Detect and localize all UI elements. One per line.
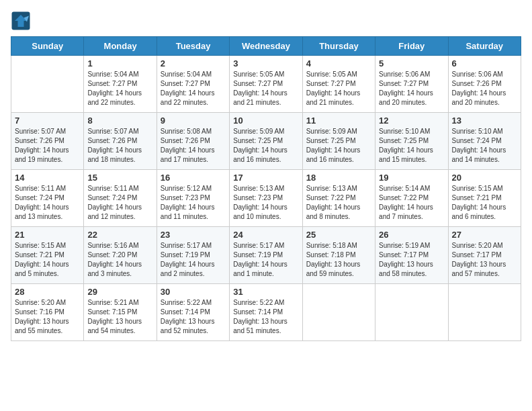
day-info: Sunrise: 5:04 AMSunset: 7:27 PMDaylight:…: [161, 70, 226, 107]
day-number: 7: [15, 116, 80, 126]
calendar-cell: 18Sunrise: 5:13 AMSunset: 7:22 PMDayligh…: [302, 170, 375, 227]
day-number: 16: [161, 173, 226, 183]
day-number: 31: [233, 287, 298, 297]
day-number: 10: [233, 116, 298, 126]
day-info: Sunrise: 5:07 AMSunset: 7:26 PMDaylight:…: [15, 127, 80, 165]
day-info: Sunrise: 5:09 AMSunset: 7:25 PMDaylight:…: [306, 127, 371, 165]
day-number: 19: [379, 173, 444, 183]
page-header: [11, 11, 521, 31]
day-number: 15: [87, 173, 152, 183]
calendar-cell: 13Sunrise: 5:10 AMSunset: 7:24 PMDayligh…: [448, 113, 521, 170]
calendar-cell: 11Sunrise: 5:09 AMSunset: 7:25 PMDayligh…: [302, 113, 375, 170]
day-number: 5: [379, 58, 444, 68]
day-info: Sunrise: 5:07 AMSunset: 7:26 PMDaylight:…: [87, 127, 152, 165]
calendar-cell: 16Sunrise: 5:12 AMSunset: 7:23 PMDayligh…: [157, 170, 229, 227]
day-header-saturday: Saturday: [448, 37, 521, 56]
day-info: Sunrise: 5:20 AMSunset: 7:16 PMDaylight:…: [15, 298, 80, 336]
day-info: Sunrise: 5:05 AMSunset: 7:27 PMDaylight:…: [233, 70, 298, 107]
day-number: 1: [87, 58, 152, 68]
day-number: 30: [161, 287, 226, 297]
day-header-thursday: Thursday: [302, 37, 375, 56]
day-header-friday: Friday: [375, 37, 448, 56]
day-info: Sunrise: 5:13 AMSunset: 7:22 PMDaylight:…: [306, 184, 371, 222]
day-number: 26: [379, 230, 444, 240]
day-info: Sunrise: 5:15 AMSunset: 7:21 PMDaylight:…: [452, 184, 517, 222]
day-info: Sunrise: 5:17 AMSunset: 7:19 PMDaylight:…: [161, 241, 226, 279]
day-number: 29: [87, 287, 152, 297]
calendar-cell: 27Sunrise: 5:20 AMSunset: 7:17 PMDayligh…: [448, 227, 521, 284]
calendar-cell: 3Sunrise: 5:05 AMSunset: 7:27 PMDaylight…: [230, 56, 302, 113]
day-info: Sunrise: 5:08 AMSunset: 7:26 PMDaylight:…: [161, 127, 226, 165]
day-info: Sunrise: 5:21 AMSunset: 7:15 PMDaylight:…: [87, 298, 152, 336]
day-info: Sunrise: 5:19 AMSunset: 7:17 PMDaylight:…: [379, 241, 444, 279]
day-info: Sunrise: 5:12 AMSunset: 7:23 PMDaylight:…: [161, 184, 226, 222]
day-number: 2: [161, 58, 226, 68]
calendar-week-3: 14Sunrise: 5:11 AMSunset: 7:24 PMDayligh…: [11, 170, 521, 227]
calendar-cell: 10Sunrise: 5:09 AMSunset: 7:25 PMDayligh…: [230, 113, 302, 170]
calendar-cell: 7Sunrise: 5:07 AMSunset: 7:26 PMDaylight…: [11, 113, 84, 170]
day-info: Sunrise: 5:09 AMSunset: 7:25 PMDaylight:…: [233, 127, 298, 165]
calendar-cell: 8Sunrise: 5:07 AMSunset: 7:26 PMDaylight…: [84, 113, 157, 170]
calendar-cell: 21Sunrise: 5:15 AMSunset: 7:21 PMDayligh…: [11, 227, 84, 284]
day-number: 4: [306, 58, 371, 68]
day-info: Sunrise: 5:22 AMSunset: 7:14 PMDaylight:…: [161, 298, 226, 336]
day-info: Sunrise: 5:14 AMSunset: 7:22 PMDaylight:…: [379, 184, 444, 222]
day-info: Sunrise: 5:10 AMSunset: 7:25 PMDaylight:…: [379, 127, 444, 165]
calendar-cell: 31Sunrise: 5:22 AMSunset: 7:14 PMDayligh…: [230, 284, 302, 341]
calendar-cell: [375, 284, 448, 341]
calendar-cell: [11, 56, 84, 113]
calendar-week-5: 28Sunrise: 5:20 AMSunset: 7:16 PMDayligh…: [11, 284, 521, 341]
day-header-wednesday: Wednesday: [230, 37, 302, 56]
day-number: 11: [306, 116, 371, 126]
calendar-cell: 2Sunrise: 5:04 AMSunset: 7:27 PMDaylight…: [157, 56, 229, 113]
day-info: Sunrise: 5:11 AMSunset: 7:24 PMDaylight:…: [15, 184, 80, 222]
day-info: Sunrise: 5:17 AMSunset: 7:19 PMDaylight:…: [233, 241, 298, 279]
calendar-cell: 4Sunrise: 5:05 AMSunset: 7:27 PMDaylight…: [302, 56, 375, 113]
day-number: 23: [161, 230, 226, 240]
day-number: 14: [15, 173, 80, 183]
day-header-monday: Monday: [84, 37, 157, 56]
calendar-cell: 5Sunrise: 5:06 AMSunset: 7:27 PMDaylight…: [375, 56, 448, 113]
calendar-cell: [448, 284, 521, 341]
day-number: 24: [233, 230, 298, 240]
logo-icon: [11, 11, 31, 31]
day-info: Sunrise: 5:05 AMSunset: 7:27 PMDaylight:…: [306, 70, 371, 107]
day-info: Sunrise: 5:13 AMSunset: 7:23 PMDaylight:…: [233, 184, 298, 222]
calendar-cell: 29Sunrise: 5:21 AMSunset: 7:15 PMDayligh…: [84, 284, 157, 341]
day-number: 18: [306, 173, 371, 183]
day-number: 3: [233, 58, 298, 68]
header-row: SundayMondayTuesdayWednesdayThursdayFrid…: [11, 37, 521, 56]
calendar-cell: 23Sunrise: 5:17 AMSunset: 7:19 PMDayligh…: [157, 227, 229, 284]
day-header-tuesday: Tuesday: [157, 37, 229, 56]
day-number: 27: [452, 230, 517, 240]
calendar-cell: 26Sunrise: 5:19 AMSunset: 7:17 PMDayligh…: [375, 227, 448, 284]
calendar-cell: 6Sunrise: 5:06 AMSunset: 7:26 PMDaylight…: [448, 56, 521, 113]
day-number: 12: [379, 116, 444, 126]
day-number: 9: [161, 116, 226, 126]
calendar-cell: 25Sunrise: 5:18 AMSunset: 7:18 PMDayligh…: [302, 227, 375, 284]
day-info: Sunrise: 5:22 AMSunset: 7:14 PMDaylight:…: [233, 298, 298, 336]
calendar-cell: 15Sunrise: 5:11 AMSunset: 7:24 PMDayligh…: [84, 170, 157, 227]
day-header-sunday: Sunday: [11, 37, 84, 56]
day-number: 20: [452, 173, 517, 183]
day-number: 13: [452, 116, 517, 126]
day-number: 6: [452, 58, 517, 68]
day-number: 21: [15, 230, 80, 240]
day-info: Sunrise: 5:04 AMSunset: 7:27 PMDaylight:…: [87, 70, 152, 107]
calendar-cell: 12Sunrise: 5:10 AMSunset: 7:25 PMDayligh…: [375, 113, 448, 170]
calendar-cell: [302, 284, 375, 341]
day-info: Sunrise: 5:18 AMSunset: 7:18 PMDaylight:…: [306, 241, 371, 279]
day-number: 22: [87, 230, 152, 240]
calendar-cell: 24Sunrise: 5:17 AMSunset: 7:19 PMDayligh…: [230, 227, 302, 284]
calendar-cell: 1Sunrise: 5:04 AMSunset: 7:27 PMDaylight…: [84, 56, 157, 113]
calendar-week-1: 1Sunrise: 5:04 AMSunset: 7:27 PMDaylight…: [11, 56, 521, 113]
day-number: 8: [87, 116, 152, 126]
day-info: Sunrise: 5:10 AMSunset: 7:24 PMDaylight:…: [452, 127, 517, 165]
calendar-cell: 14Sunrise: 5:11 AMSunset: 7:24 PMDayligh…: [11, 170, 84, 227]
day-number: 17: [233, 173, 298, 183]
day-info: Sunrise: 5:15 AMSunset: 7:21 PMDaylight:…: [15, 241, 80, 279]
calendar-cell: 9Sunrise: 5:08 AMSunset: 7:26 PMDaylight…: [157, 113, 229, 170]
day-info: Sunrise: 5:06 AMSunset: 7:27 PMDaylight:…: [379, 70, 444, 107]
calendar-week-2: 7Sunrise: 5:07 AMSunset: 7:26 PMDaylight…: [11, 113, 521, 170]
day-info: Sunrise: 5:06 AMSunset: 7:26 PMDaylight:…: [452, 70, 517, 107]
